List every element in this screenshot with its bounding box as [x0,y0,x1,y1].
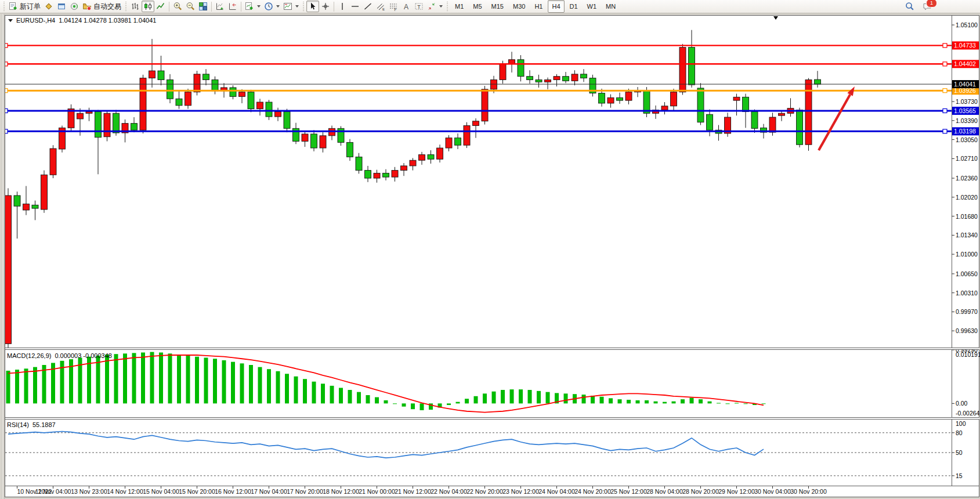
macd-histogram-bar [735,403,739,403]
candle [302,134,308,142]
macd-histogram-bar [222,360,226,403]
price-tick-label: 1.03730 [956,98,978,105]
candle [95,111,102,137]
text-button[interactable]: A [400,1,413,12]
line-chart-button[interactable] [154,1,167,12]
search-button[interactable] [903,1,916,12]
toolbar: 新订单自动交易EFATM1M5M15M30H1H4D1W1MN1 [0,0,980,13]
panel-splitter-rsi[interactable] [5,417,979,420]
chart-shift-icon [228,2,237,11]
price-tick-label: 1.00650 [956,270,978,277]
candle [50,149,56,175]
time-tick-label: 25 Nov 12:00 [610,488,647,495]
timeframe-mn-button[interactable]: MN [602,0,620,13]
candle [536,79,542,82]
macd-histogram-bar [717,403,721,403]
autotrade-button[interactable]: 自动交易 [81,1,123,12]
panel-splitter-macd[interactable] [5,348,979,350]
timeframe-h1-button[interactable]: H1 [530,0,547,13]
trendline-button[interactable] [361,1,374,12]
macd-histogram-bar [474,396,478,404]
timeframe-w1-button[interactable]: W1 [583,0,601,13]
chevron-down-icon[interactable] [257,5,261,8]
auto-scroll-button[interactable] [214,1,226,12]
cursor-button[interactable] [306,1,319,12]
price-axis[interactable]: 1.051001.037301.033901.030501.027101.023… [952,16,980,486]
time-tick-label: 15 Nov 20:00 [179,488,215,495]
macd-axis-max: 0.010191 [956,351,980,358]
candle [545,79,551,82]
crosshair-button[interactable] [319,1,332,12]
chart-shift-button[interactable] [226,1,239,12]
candle [374,173,380,178]
timeframe-d1-button[interactable]: D1 [566,0,582,13]
time-tick-label: 16 Nov 12:00 [215,488,251,495]
timeframe-m5-button[interactable]: M5 [469,0,486,13]
chart-shift-marker-icon[interactable] [773,16,778,20]
macd-histogram-bar [177,355,181,403]
candle [500,64,506,79]
horizontal-line-icon [350,2,360,11]
arrow-objects-button[interactable] [425,1,444,12]
chevron-down-icon[interactable] [439,5,443,8]
horizontal-line-button[interactable] [349,1,361,12]
navigator-button[interactable] [55,1,68,12]
chevron-down-icon[interactable] [295,5,299,8]
periods-icon [264,2,273,11]
new-order-button[interactable]: 新订单 [7,1,42,12]
macd-indicator-label: MACD(12,26,9) 0.000003 -0.000348 [7,352,112,359]
bar-chart-button[interactable] [129,1,142,12]
zoom-in-button[interactable] [171,1,184,12]
time-tick-label: 17 Nov 20:00 [287,488,323,495]
zoom-out-button[interactable] [184,1,197,12]
alerts-button[interactable] [68,1,81,12]
candle [527,77,533,80]
macd-histogram-bar [600,397,604,404]
candle [347,142,353,157]
line-handle[interactable] [3,89,8,93]
candle [446,138,452,148]
timeframe-h4-button[interactable]: H4 [548,0,564,13]
line-handle[interactable] [3,129,8,133]
line-handle[interactable] [943,89,947,93]
line-handle[interactable] [943,44,947,48]
trend-arrow-object[interactable] [819,86,855,150]
time-tick-label: 21 Nov 12:00 [395,488,431,495]
equidistant-channel-button[interactable]: E [374,1,387,12]
timeframe-m1-button[interactable]: M1 [451,0,468,13]
periods-button[interactable] [262,1,281,12]
timeframe-m15-button[interactable]: M15 [487,0,508,13]
candle [383,173,389,177]
templates-button[interactable] [281,1,301,12]
line-handle[interactable] [3,109,8,113]
vertical-line-button[interactable] [336,1,349,12]
timeframe-m30-button[interactable]: M30 [509,0,529,13]
line-handle[interactable] [943,62,947,66]
chart-menu-icon[interactable] [8,19,13,22]
new-chart-button[interactable] [243,1,262,12]
candle [32,205,38,208]
macd-histogram-bar [744,403,748,404]
rsi-axis-label: 50 [956,449,963,456]
text-label-button[interactable]: T [413,1,425,12]
chevron-down-icon[interactable] [276,5,280,8]
candlestick-chart-button[interactable] [142,1,154,12]
line-handle[interactable] [3,44,8,48]
time-axis[interactable]: 10 Nov 202211 Nov 04:0013 Nov 23:0014 No… [5,486,979,496]
line-handle[interactable] [943,109,947,113]
macd-histogram-bar [510,389,514,403]
macd-histogram-bar [114,354,118,403]
chat-button[interactable]: 1 [921,1,934,12]
macd-histogram-bar [375,397,379,404]
price-tick-label: 1.00310 [956,290,978,296]
tile-windows-button[interactable] [197,1,209,12]
candle [311,134,317,148]
fibonacci-button[interactable]: F [387,1,400,12]
profile-button[interactable] [42,1,55,12]
line-handle[interactable] [3,62,8,66]
macd-histogram-bar [204,357,208,403]
candle [482,89,488,121]
candle [68,109,74,128]
macd-histogram-bar [402,403,406,406]
line-handle[interactable] [943,129,947,133]
